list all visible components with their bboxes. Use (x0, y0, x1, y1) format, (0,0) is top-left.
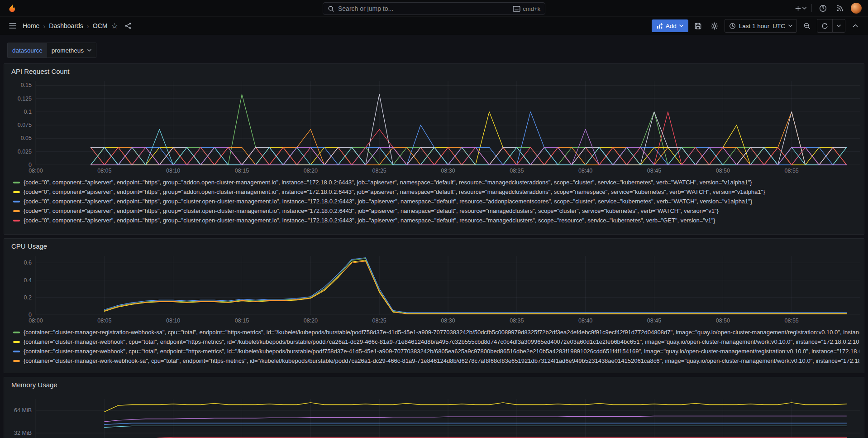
svg-text:08:55: 08:55 (785, 318, 799, 324)
variable-datasource-picker[interactable]: datasource prometheus (7, 43, 96, 58)
legend-series-label: {code="0", component="apiserver", endpoi… (24, 217, 715, 224)
legend-item[interactable]: {code="0", component="apiserver", endpoi… (13, 197, 859, 206)
memory-usage-chart[interactable]: 08:0008:0508:1008:1508:2008:2508:3008:35… (4, 392, 864, 438)
breadcrumb-home[interactable]: Home (23, 22, 39, 29)
panel-api-request-count: API Request Count 08:0008:0508:1008:1508… (4, 63, 864, 235)
clock-icon (729, 23, 736, 29)
share-dashboard-button[interactable] (122, 19, 134, 32)
cpu-usage-chart[interactable]: 08:0008:0508:1008:1508:2008:2508:3008:35… (4, 253, 864, 326)
api-request-count-chart[interactable]: 08:0008:0508:1008:1508:2008:2508:3008:35… (4, 78, 864, 176)
search-icon (328, 5, 334, 12)
add-button-label: Add (666, 23, 677, 29)
chart-legend: {container="cluster-manager-registration… (4, 326, 864, 366)
grafana-logo[interactable] (6, 3, 17, 14)
legend-series-label: {code="0", component="apiserver", endpoi… (24, 188, 765, 195)
panel-title: Memory Usage (11, 381, 57, 389)
panel-title: API Request Count (11, 67, 69, 75)
svg-text:64 MiB: 64 MiB (14, 407, 32, 414)
legend-series-swatch (13, 360, 20, 362)
legend-item[interactable]: {code="0", component="apiserver", endpoi… (13, 178, 859, 187)
collapse-controls-button[interactable] (849, 19, 862, 32)
refresh-interval-dropdown[interactable] (832, 19, 845, 32)
chart-canvas[interactable]: 08:0008:0508:1008:1508:2008:2508:3008:35… (7, 392, 864, 438)
mega-menu-toggle-button[interactable] (6, 19, 19, 32)
legend-item[interactable]: {container="cluster-manager-work-webhook… (13, 356, 859, 366)
svg-text:08:20: 08:20 (304, 168, 318, 174)
svg-text:08:00: 08:00 (29, 318, 43, 324)
svg-text:08:30: 08:30 (441, 168, 455, 174)
svg-text:0.1: 0.1 (24, 109, 32, 115)
svg-text:0.4: 0.4 (24, 277, 32, 284)
time-range-label: Last 1 hour (739, 23, 770, 29)
svg-text:08:15: 08:15 (235, 168, 249, 174)
chevron-down-icon (679, 24, 683, 27)
breadcrumb-dashboards[interactable]: Dashboards (49, 22, 83, 29)
search-shortcut-label: cmd+k (523, 5, 540, 12)
plus-icon (795, 5, 801, 12)
toolbar-divider (811, 4, 812, 12)
refresh-icon (821, 23, 828, 29)
svg-text:08:10: 08:10 (166, 168, 180, 174)
legend-item[interactable]: {code="0", component="apiserver", endpoi… (13, 187, 859, 197)
chart-canvas[interactable]: 08:0008:0508:1008:1508:2008:2508:3008:35… (7, 253, 864, 326)
save-dashboard-button[interactable] (692, 19, 705, 32)
variable-label: datasource (8, 43, 47, 58)
dashboard-canvas: datasource prometheus API Request Count … (0, 43, 868, 438)
legend-series-label: {container="cluster-manager-work-webhook… (24, 357, 859, 364)
zoom-out-icon (803, 22, 811, 29)
panel-cpu-usage: CPU Usage 08:0008:0508:1008:1508:2008:25… (4, 238, 864, 373)
news-button[interactable] (834, 2, 846, 14)
svg-text:08:25: 08:25 (372, 318, 386, 324)
add-panel-button[interactable]: Add (652, 19, 688, 32)
search-input[interactable]: Search or jump to... cmd+k (323, 2, 545, 15)
svg-text:08:50: 08:50 (716, 168, 730, 174)
legend-item[interactable]: {code="0", component="apiserver", endpoi… (13, 206, 859, 216)
breadcrumb-current-dashboard: OCM (93, 22, 108, 29)
legend-item[interactable]: {container="cluster-manager-registration… (13, 327, 859, 337)
svg-text:08:35: 08:35 (510, 318, 524, 324)
refresh-picker (817, 19, 845, 33)
legend-item[interactable]: {container="cluster-manager-webhook", cp… (13, 337, 859, 347)
help-circle-icon (819, 5, 827, 12)
svg-text:08:00: 08:00 (29, 168, 43, 174)
legend-item[interactable]: {container="cluster-manager-webhook", cp… (13, 347, 859, 356)
svg-text:0.15: 0.15 (21, 82, 32, 88)
dashboard-settings-button[interactable] (708, 19, 721, 32)
svg-text:08:50: 08:50 (716, 318, 730, 324)
variable-value-text: prometheus (52, 47, 84, 54)
zoom-out-time-range-button[interactable] (801, 19, 813, 32)
svg-text:0.05: 0.05 (21, 135, 32, 141)
svg-text:0.6: 0.6 (24, 260, 32, 266)
svg-text:08:45: 08:45 (647, 318, 661, 324)
help-button[interactable] (816, 2, 829, 14)
legend-series-label: {code="0", component="apiserver", endpoi… (24, 179, 752, 186)
panel-header[interactable]: Memory Usage (4, 377, 864, 392)
grafana-flame-icon (7, 3, 17, 13)
refresh-dashboard-button[interactable] (817, 19, 832, 32)
svg-text:08:05: 08:05 (97, 168, 111, 174)
chevron-down-icon (788, 24, 792, 27)
legend-series-swatch (13, 220, 20, 221)
search-shortcut: cmd+k (513, 5, 540, 12)
time-range-button[interactable]: Last 1 hour UTC (725, 19, 796, 32)
legend-series-swatch (13, 182, 20, 183)
chart-canvas[interactable]: 08:0008:0508:1008:1508:2008:2508:3008:35… (7, 78, 864, 176)
svg-text:08:40: 08:40 (578, 318, 592, 324)
chevron-up-icon (853, 24, 858, 28)
panel-header[interactable]: API Request Count (4, 64, 864, 78)
keyboard-icon (513, 6, 520, 12)
legend-series-swatch (13, 332, 20, 333)
svg-text:08:20: 08:20 (304, 318, 318, 324)
new-menu-button[interactable] (794, 2, 807, 14)
favorite-star-button[interactable]: ☆ (111, 22, 118, 30)
breadcrumb: Home › Dashboards › OCM (23, 22, 108, 30)
panel-header[interactable]: CPU Usage (4, 239, 864, 253)
svg-text:08:35: 08:35 (510, 168, 524, 174)
dashboard-toolbar: Home › Dashboards › OCM ☆ Add (0, 17, 868, 35)
svg-text:08:15: 08:15 (235, 318, 249, 324)
legend-item[interactable]: {code="0", component="apiserver", endpoi… (13, 216, 859, 225)
svg-text:08:40: 08:40 (578, 168, 592, 174)
variable-value[interactable]: prometheus (47, 43, 96, 58)
user-avatar-button[interactable] (851, 3, 862, 14)
svg-text:08:30: 08:30 (441, 318, 455, 324)
